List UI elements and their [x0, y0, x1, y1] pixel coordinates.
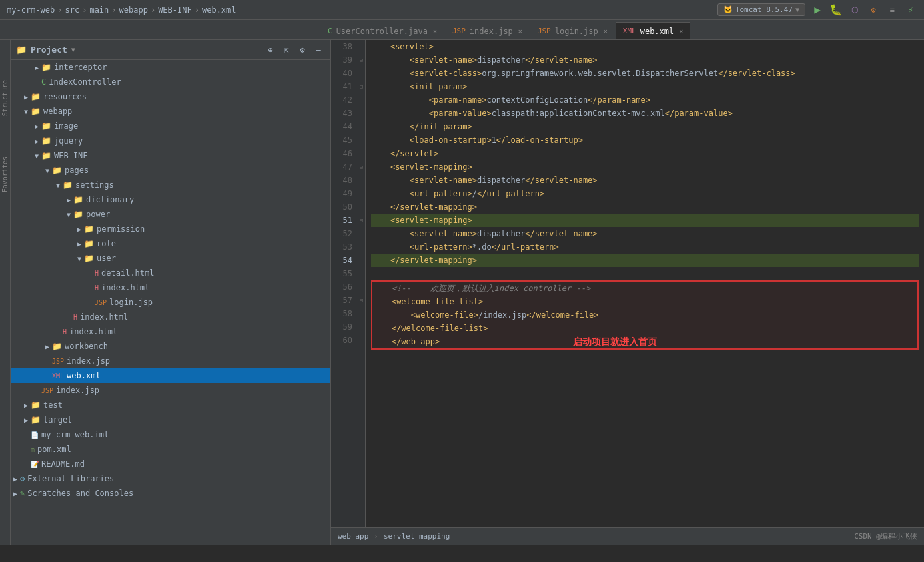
- tree-item-user-index-html[interactable]: H index.html: [11, 280, 330, 295]
- tree-item-scratches[interactable]: ▶ ✎ Scratches and Consoles: [11, 486, 330, 501]
- tab-index-jsp[interactable]: JSP index.jsp ✕: [445, 22, 530, 39]
- folder-icon: 📁: [84, 239, 94, 248]
- tree-item-readme[interactable]: 📝 README.md: [11, 457, 330, 471]
- tree-arrow-icon: ▼: [64, 211, 73, 218]
- tab-close-icon[interactable]: ✕: [679, 27, 683, 35]
- highlight-block: <!-- 欢迎页，默认进入index controller --> <welco…: [371, 280, 919, 350]
- tomcat-config[interactable]: 🐱 Tomcat 8.5.47 ▼: [717, 3, 805, 16]
- tree-item-label: image: [54, 121, 78, 131]
- tree-item-pom[interactable]: m pom.xml: [11, 442, 330, 457]
- tree-arrow-icon: ▶: [75, 226, 84, 233]
- tab-web-xml[interactable]: XML web.xml ✕: [616, 22, 690, 39]
- code-line-59: </welcome-file-list>: [372, 322, 917, 335]
- tree-container: ▶ 📁 interceptor C IndexController ▶ 📁 re…: [11, 60, 330, 501]
- tree-item-detail-html[interactable]: H detail.html: [11, 266, 330, 280]
- path-part-2: src: [65, 5, 79, 15]
- hide-sidebar-button[interactable]: —: [312, 43, 325, 57]
- tree-item-indexcontroller[interactable]: C IndexController: [11, 75, 330, 89]
- library-icon: ⚙: [20, 474, 25, 483]
- code-line-56: <!-- 欢迎页，默认进入index controller -->: [372, 282, 917, 295]
- tree-item-dictionary[interactable]: ▶ 📁 dictionary: [11, 192, 330, 207]
- tree-item-workbench[interactable]: ▶ 📁 workbench: [11, 339, 330, 354]
- tab-bar: C UserController.java ✕ JSP index.jsp ✕ …: [0, 20, 924, 40]
- tree-item-permission[interactable]: ▶ 📁 permission: [11, 222, 330, 236]
- tree-arrow-icon: ▼: [21, 108, 31, 115]
- folder-icon: 📁: [63, 180, 73, 190]
- collapse-all-button[interactable]: ⇱: [280, 43, 293, 57]
- debug-button[interactable]: 🐛: [829, 3, 843, 17]
- locate-file-button[interactable]: ⊕: [264, 43, 277, 57]
- tree-item-test[interactable]: ▶ 📁 test: [11, 398, 330, 412]
- tree-item-login-jsp[interactable]: JSP login.jsp: [11, 295, 330, 310]
- project-dropdown-icon[interactable]: ▼: [71, 46, 75, 53]
- tree-item-power[interactable]: ▼ 📁 power: [11, 207, 330, 222]
- iml-file-icon: 📄: [31, 431, 39, 439]
- tree-item-label: permission: [97, 224, 145, 234]
- tomcat-icon: 🐱: [723, 5, 733, 14]
- settings-button[interactable]: ⚡: [904, 3, 917, 17]
- tab-login-jsp[interactable]: JSP login.jsp ✕: [530, 22, 615, 39]
- tab-icon-jsp: JSP: [538, 27, 551, 35]
- folder-icon: 📁: [73, 210, 83, 219]
- scratch-icon: ✎: [20, 489, 25, 498]
- tree-item-resources[interactable]: ▶ 📁 resources: [11, 89, 330, 104]
- tree-item-webapp-index-jsp[interactable]: JSP index.jsp: [11, 383, 330, 398]
- code-line-49: <url-pattern>/</url-pattern>: [371, 187, 919, 200]
- editor-gutter: ⊟ ⊟ ⊟ ⊟ ⊟: [358, 40, 366, 527]
- coverage-button[interactable]: ⬡: [848, 3, 861, 17]
- more-actions-button[interactable]: ≡: [885, 3, 899, 17]
- tree-item-pages-index-html[interactable]: H index.html: [11, 324, 330, 339]
- tab-icon-xml: XML: [623, 27, 636, 35]
- code-line-50: </servlet-mapping>: [371, 200, 919, 214]
- tree-item-target[interactable]: ▶ 📁 target: [11, 412, 330, 427]
- code-line-42: <param-name>contextConfigLocation</param…: [371, 93, 919, 107]
- tab-close-icon[interactable]: ✕: [604, 27, 608, 35]
- favorites-label[interactable]: Favorites: [1, 156, 9, 192]
- tree-item-image[interactable]: ▶ 📁 image: [11, 119, 330, 133]
- code-line-43: <param-value>classpath:applicationContex…: [371, 107, 919, 120]
- folder-icon: 📁: [31, 400, 41, 410]
- editor-content: 38 39 40 41 42 43 44 45 46 47 48 49 50 5…: [331, 40, 924, 527]
- tree-item-webinf[interactable]: ▼ 📁 WEB-INF: [11, 148, 330, 163]
- xml-file-icon: XML: [52, 372, 64, 380]
- tab-label: login.jsp: [555, 27, 598, 36]
- html-file-icon: H: [73, 314, 77, 321]
- tree-arrow-icon: ▼: [53, 182, 63, 189]
- tab-close-icon[interactable]: ✕: [433, 27, 437, 35]
- folder-icon: 📁: [41, 63, 51, 72]
- tree-item-webinf-index-jsp[interactable]: JSP index.jsp: [11, 354, 330, 368]
- tree-item-settings-index-html[interactable]: H index.html: [11, 310, 330, 324]
- folder-icon: 📁: [41, 121, 51, 131]
- tree-item-role[interactable]: ▶ 📁 role: [11, 236, 330, 251]
- folder-icon: 📁: [31, 415, 41, 425]
- tree-item-label: pom.xml: [37, 445, 71, 454]
- tree-arrow-icon: ▶: [21, 402, 31, 409]
- tree-item-iml[interactable]: 📄 my-crm-web.iml: [11, 427, 330, 442]
- code-area[interactable]: <servlet> <servlet-name>dispatcher</serv…: [366, 40, 924, 527]
- tree-item-label: web.xml: [67, 371, 101, 380]
- tree-arrow-icon: ▶: [21, 416, 31, 424]
- tree-item-interceptor[interactable]: ▶ 📁 interceptor: [11, 60, 330, 75]
- line-numbers: 38 39 40 41 42 43 44 45 46 47 48 49 50 5…: [331, 40, 358, 527]
- tree-item-jquery[interactable]: ▶ 📁 jquery: [11, 133, 330, 148]
- tree-arrow-icon: ▶: [64, 196, 73, 204]
- structure-label[interactable]: Structure: [1, 80, 9, 116]
- tree-item-webapp[interactable]: ▼ 📁 webapp: [11, 104, 330, 119]
- tree-item-web-xml[interactable]: XML web.xml: [11, 368, 330, 383]
- tree-item-external-libs[interactable]: ▶ ⚙ External Libraries: [11, 471, 330, 486]
- title-bar: my-crm-web › src › main › webapp › WEB-I…: [0, 0, 924, 20]
- profile-button[interactable]: ⚙: [867, 3, 880, 17]
- tree-item-pages[interactable]: ▼ 📁 pages: [11, 163, 330, 178]
- tree-item-settings[interactable]: ▼ 📁 settings: [11, 178, 330, 192]
- tab-close-icon[interactable]: ✕: [518, 27, 522, 35]
- tree-item-user[interactable]: ▼ 📁 user: [11, 251, 330, 266]
- html-file-icon: H: [95, 270, 99, 277]
- tab-usercontroller[interactable]: C UserController.java ✕: [320, 22, 444, 39]
- sep-4: ›: [151, 5, 155, 15]
- code-line-41: <init-param>: [371, 80, 919, 93]
- tree-arrow-icon: ▶: [11, 475, 20, 483]
- code-line-51: <servlet-mapping>: [371, 214, 919, 227]
- tree-arrow-icon: ▶: [32, 123, 41, 130]
- run-button[interactable]: ▶: [811, 3, 824, 17]
- settings-sidebar-button[interactable]: ⚙: [296, 43, 309, 57]
